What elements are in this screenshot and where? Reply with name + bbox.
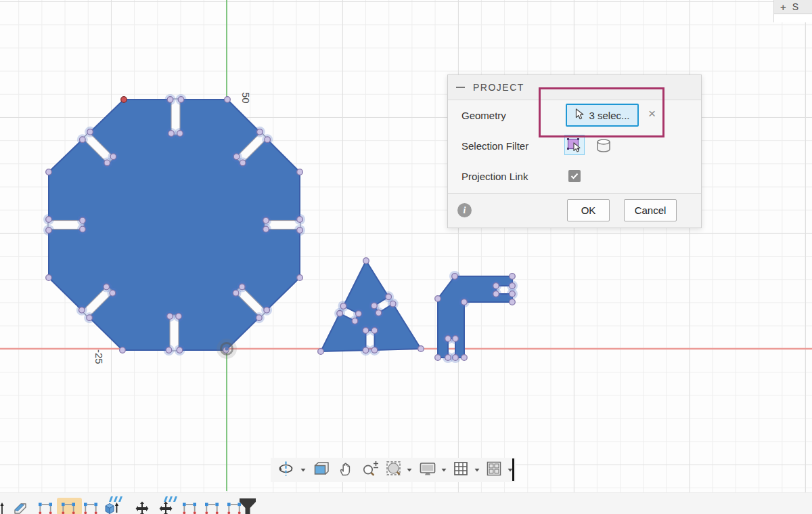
chevron-down-icon[interactable]: [299, 460, 308, 480]
sketch-point-dot[interactable]: [371, 347, 378, 354]
sketch-point-dot[interactable]: [297, 228, 303, 234]
info-icon[interactable]: i: [457, 203, 472, 217]
sketch-point-dot[interactable]: [87, 129, 93, 135]
cancel-button[interactable]: Cancel: [624, 199, 677, 221]
sketch-point-dot[interactable]: [225, 97, 231, 103]
sketch-point-dot[interactable]: [510, 274, 516, 280]
timeline-sketch-feature[interactable]: [60, 500, 78, 514]
timeline-sketch-feature[interactable]: [37, 500, 55, 514]
sketch-point-dot[interactable]: [510, 283, 516, 289]
sketch-point-dot[interactable]: [110, 290, 116, 296]
timeline-extrude-feature[interactable]: [103, 500, 120, 514]
filter-bodies-button[interactable]: [594, 137, 613, 154]
sketch-point-dot[interactable]: [263, 217, 269, 223]
sketch-point-dot[interactable]: [376, 310, 382, 316]
sketch-point-dot[interactable]: [461, 299, 468, 305]
sketch-point-dot[interactable]: [167, 97, 173, 103]
sketch-point-dot[interactable]: [256, 315, 263, 321]
dialog-header[interactable]: PROJECT: [448, 75, 701, 100]
projection-link-checkbox[interactable]: [568, 170, 581, 182]
sketch-point-dot[interactable]: [80, 217, 86, 223]
sketch-point-dot[interactable]: [356, 311, 362, 317]
sketch-point-dot[interactable]: [363, 258, 369, 264]
chevron-down-icon[interactable]: [405, 460, 414, 480]
sketch-point-dot[interactable]: [80, 137, 86, 143]
sketch-point-dot[interactable]: [178, 97, 184, 103]
sketch-point-dot[interactable]: [80, 226, 86, 232]
sketch-point-dot[interactable]: [104, 284, 110, 290]
sketch-point-dot[interactable]: [177, 347, 183, 354]
sketch-point-dot[interactable]: [110, 154, 116, 160]
sketch-point-dot[interactable]: [363, 347, 369, 354]
sketch-point-dot[interactable]: [363, 328, 369, 334]
timeline-playhead-marker[interactable]: [239, 498, 256, 514]
display-settings-button[interactable]: [415, 460, 440, 480]
sketch-point-dot[interactable]: [87, 315, 93, 321]
elbow-plate-profile[interactable]: [438, 276, 512, 358]
sketch-point-dot[interactable]: [257, 129, 263, 135]
sketch-point-dot[interactable]: [337, 311, 343, 317]
sketch-point-dot[interactable]: [510, 299, 516, 305]
collapse-icon[interactable]: [456, 87, 465, 88]
sketch-point-dot[interactable]: [297, 169, 303, 175]
sketch-point-dot[interactable]: [445, 336, 451, 342]
sketch-point-dot[interactable]: [435, 355, 441, 361]
ok-button[interactable]: OK: [567, 199, 610, 221]
grid-display-button[interactable]: [449, 460, 472, 480]
sketch-point-dot[interactable]: [264, 307, 270, 314]
chevron-down-icon[interactable]: [472, 460, 481, 480]
chevron-down-icon[interactable]: [440, 460, 449, 480]
geometry-selection-button[interactable]: 3 selec...: [566, 104, 639, 127]
timeline-bar[interactable]: [0, 492, 812, 514]
fixed-point-red-dot[interactable]: [121, 97, 127, 103]
sketch-point-dot[interactable]: [435, 296, 441, 302]
sketch-point-dot[interactable]: [352, 318, 358, 324]
sketch-point-dot[interactable]: [168, 131, 175, 137]
sketch-point-dot[interactable]: [177, 131, 183, 137]
sketch-point-dot[interactable]: [233, 154, 240, 160]
sketch-point-dot[interactable]: [461, 355, 468, 361]
sketch-point-dot[interactable]: [340, 303, 346, 309]
pan-button[interactable]: [334, 460, 358, 480]
sketch-point-dot[interactable]: [233, 290, 239, 296]
sketch-point-dot[interactable]: [79, 307, 85, 314]
look-at-button[interactable]: [309, 460, 334, 480]
sketch-point-dot[interactable]: [493, 291, 499, 297]
sketch-point-dot[interactable]: [493, 283, 499, 289]
sketch-point-dot[interactable]: [167, 314, 173, 320]
timeline-wedge-feature[interactable]: [12, 500, 29, 514]
sketch-point-dot[interactable]: [371, 328, 378, 334]
sketch-point-dot[interactable]: [371, 303, 378, 309]
origin-marker[interactable]: [217, 339, 237, 359]
sketch-point-dot[interactable]: [263, 226, 269, 232]
sketch-point-dot[interactable]: [386, 294, 392, 300]
sketch-point-dot[interactable]: [297, 217, 303, 223]
window-zoom-button[interactable]: [382, 460, 405, 480]
filter-specified-entities-button[interactable]: [564, 135, 585, 155]
timeline-move-feature[interactable]: [158, 500, 175, 514]
zoom-button[interactable]: [358, 460, 382, 480]
sketch-point-dot[interactable]: [390, 301, 396, 307]
orbit-button[interactable]: [273, 460, 299, 480]
sketch-point-dot[interactable]: [265, 137, 271, 143]
sketch-point-dot[interactable]: [445, 355, 451, 361]
sketch-point-dot[interactable]: [239, 284, 245, 290]
timeline-sketch-feature[interactable]: [204, 500, 221, 514]
sketch-point-dot[interactable]: [452, 274, 458, 280]
viewports-button[interactable]: [482, 460, 505, 480]
add-icon[interactable]: +: [780, 2, 786, 12]
sketch-point-dot[interactable]: [166, 347, 172, 354]
sketch-point-dot[interactable]: [510, 291, 516, 297]
sketch-point-dot[interactable]: [46, 275, 52, 281]
sketch-point-dot[interactable]: [46, 169, 52, 175]
timeline-move-feature[interactable]: [134, 500, 152, 514]
sketch-point-dot[interactable]: [240, 160, 246, 166]
clear-selection-icon[interactable]: ×: [648, 107, 656, 120]
sketch-point-dot[interactable]: [46, 217, 52, 223]
sketch-point-dot[interactable]: [46, 228, 52, 234]
timeline-sketch-feature[interactable]: [181, 500, 199, 514]
sketch-point-dot[interactable]: [120, 347, 126, 354]
sketch-point-dot[interactable]: [104, 160, 110, 166]
sketch-point-dot[interactable]: [176, 314, 182, 320]
sketch-point-dot[interactable]: [297, 275, 303, 281]
